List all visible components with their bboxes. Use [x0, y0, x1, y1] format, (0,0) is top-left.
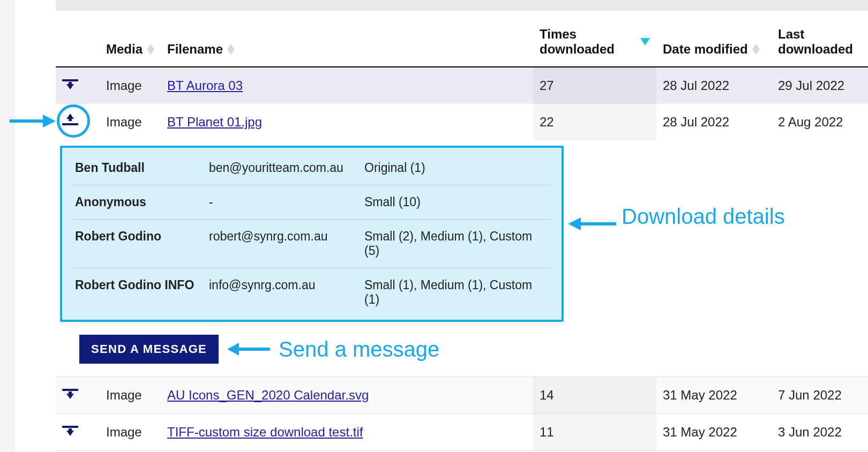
download-detail-row: Ben Tudball ben@youritteam.com.au Origin… [73, 151, 551, 185]
filename-link[interactable]: BT Planet 01.jpg [167, 115, 262, 129]
column-header-last-downloaded[interactable]: Last downloaded [772, 21, 868, 67]
table-row: Image TIFF-custom size download test.tif… [56, 414, 868, 451]
last-downloaded-cell: 2 Aug 2022 [772, 104, 868, 140]
table-row: Image BT Aurora 03 27 28 Jul 2022 29 Jul… [56, 67, 868, 104]
download-details-panel: Ben Tudball ben@youritteam.com.au Origin… [60, 146, 564, 322]
table-row: Image AU Icons_GEN_2020 Calendar.svg 14 … [56, 377, 868, 414]
times-cell: 14 [533, 377, 656, 414]
sort-icon [752, 44, 760, 55]
last-downloaded-cell: 7 Jun 2022 [772, 377, 868, 414]
downloader-email: ben@youritteam.com.au [209, 161, 359, 175]
download-detail-row: Anonymous - Small (10) [73, 185, 551, 220]
times-cell: 27 [533, 67, 656, 104]
annotation-send-a-message: Send a message [279, 336, 439, 362]
last-downloaded-cell: 3 Jun 2022 [772, 414, 868, 451]
top-bar-partial [56, 0, 868, 11]
download-detail-row: Robert Godino INFO info@synrg.com.au Sma… [73, 268, 551, 317]
download-detail-row: Robert Godino robert@synrg.com.au Small … [73, 220, 551, 268]
filename-link[interactable]: AU Icons_GEN_2020 Calendar.svg [167, 388, 369, 402]
downloader-name: Robert Godino [75, 229, 204, 258]
annotation-highlight-circle [57, 104, 90, 138]
last-downloaded-cell: 29 Jul 2022 [772, 67, 868, 104]
downloader-name: Ben Tudball [75, 161, 204, 175]
downloader-email: info@synrg.com.au [209, 278, 359, 307]
downloader-email: robert@synrg.com.au [209, 229, 359, 258]
media-cell: Image [100, 414, 161, 451]
date-modified-cell: 31 May 2022 [656, 414, 772, 451]
annotation-arrow-icon [227, 340, 270, 359]
send-a-message-button[interactable]: SEND A MESSAGE [79, 335, 219, 364]
sort-icon [147, 44, 154, 55]
annotation-arrow-icon [10, 111, 56, 131]
sort-icon-active [640, 38, 650, 46]
expand-row-icon[interactable] [62, 387, 78, 401]
left-page-gutter [0, 0, 15, 452]
times-cell: 22 [533, 104, 656, 140]
filename-link[interactable]: TIFF-custom size download test.tif [167, 425, 363, 439]
media-cell: Image [100, 377, 161, 414]
expand-row-icon[interactable] [62, 77, 78, 91]
media-cell: Image [100, 67, 161, 104]
download-sizes: Original (1) [364, 161, 549, 175]
table-row: Image BT Planet 01.jpg 22 28 Jul 2022 2 … [56, 104, 868, 140]
date-modified-cell: 31 May 2022 [656, 377, 772, 414]
download-sizes: Small (10) [364, 195, 549, 209]
downloader-name: Robert Godino INFO [75, 278, 204, 307]
date-modified-cell: 28 Jul 2022 [656, 67, 772, 104]
downloader-name: Anonymous [75, 195, 204, 209]
expand-row-icon[interactable] [62, 424, 78, 438]
column-header-filename[interactable]: Filename [161, 21, 533, 67]
sort-icon [227, 44, 235, 55]
download-sizes: Small (1), Medium (1), Custom (1) [364, 278, 549, 307]
times-cell: 11 [533, 414, 656, 451]
column-header-date-modified[interactable]: Date modified [656, 21, 772, 67]
annotation-arrow-icon [568, 214, 616, 233]
downloads-table: Media Filename [56, 21, 868, 451]
column-header-media[interactable]: Media [100, 21, 161, 67]
column-header-times-downloaded[interactable]: Times downloaded [533, 21, 656, 67]
download-sizes: Small (2), Medium (1), Custom (5) [364, 229, 549, 258]
downloader-email: - [209, 195, 359, 209]
media-cell: Image [100, 104, 161, 140]
filename-link[interactable]: BT Aurora 03 [167, 78, 243, 93]
annotation-download-details: Download details [622, 204, 785, 229]
date-modified-cell: 28 Jul 2022 [656, 104, 772, 140]
